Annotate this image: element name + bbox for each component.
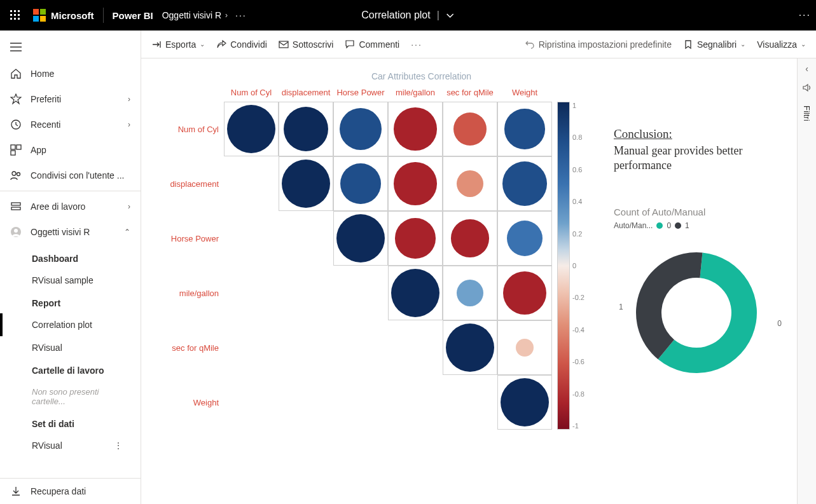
nav-current-workspace[interactable]: Oggetti visivi R ⌃ [0,219,141,245]
col-label: mile/gallon [388,88,443,102]
corr-cell[interactable] [443,211,497,266]
breadcrumb-overflow-icon[interactable]: ··· [235,10,247,20]
svg-point-25 [14,229,18,233]
nav-shared[interactable]: Condivisi con l'utente ... [0,163,141,188]
svg-rect-0 [10,10,12,12]
corr-cell[interactable] [497,320,552,375]
tick-label: -1 [572,422,584,430]
corr-cell[interactable] [443,102,497,156]
svg-rect-4 [14,14,16,16]
export-icon [151,39,162,50]
bookmarks-button[interactable]: Segnalibri ⌄ [683,39,745,50]
undo-icon [525,39,535,50]
header-overflow-icon[interactable]: ··· [799,10,811,21]
nav-apps[interactable]: App [0,137,141,163]
row-label: displacement [160,156,224,211]
home-icon [10,68,22,79]
corr-cell[interactable] [388,156,443,211]
workspace-avatar-icon [10,226,22,238]
export-button[interactable]: Esporta ⌄ [151,39,205,50]
col-label: Weight [497,88,552,102]
workspace-contents: DashboardRVisual sampleReportCorrelation… [0,247,141,478]
corr-cell[interactable] [224,102,279,156]
chevron-down-icon: ⌄ [801,41,806,48]
row-label: sec for qMile [160,320,224,375]
share-button[interactable]: Condividi [216,39,267,50]
conclusion-title: Conclusion: [614,127,779,141]
svg-rect-1 [14,10,16,12]
svg-rect-12 [40,16,46,22]
corr-cell[interactable] [443,156,497,211]
chevron-up-icon: ⌃ [124,228,130,236]
corr-cell[interactable] [333,211,388,266]
corr-cell[interactable] [497,375,552,430]
legend-label-1: 1 [685,221,689,230]
workspaces-icon [10,201,22,212]
report-canvas: Car Attributes Correlation Num of Cyldis… [141,58,816,504]
corr-cell[interactable] [497,102,552,156]
corr-cell[interactable] [443,320,497,375]
corr-cell[interactable] [497,156,552,211]
workspace-item[interactable]: RVisual sample [0,269,133,292]
tick-label: -0.4 [572,326,584,334]
svg-rect-3 [10,14,12,16]
corr-cell[interactable] [388,266,443,320]
tick-label: 0.4 [572,198,584,205]
donut-label-1: 1 [619,303,623,311]
donut-legend: Auto/Man... 0 1 [614,221,779,230]
nav-label: Oggetti visivi R [31,227,115,237]
chevron-down-icon [446,11,455,20]
corr-cell[interactable] [497,211,552,266]
nav-label: Aree di lavoro [31,201,119,212]
breadcrumb-workspace[interactable]: Oggetti visivi R [162,10,221,20]
row-label: mile/gallon [160,266,224,320]
svg-rect-26 [279,41,288,48]
command-bar: Esporta ⌄ Condividi Sottoscrivi Commenti… [141,31,816,58]
legend-swatch-1 [675,222,681,229]
product-brand[interactable]: Power BI [113,10,153,21]
comments-button[interactable]: Commenti [345,39,399,50]
legend-swatch-0 [656,222,663,229]
svg-point-20 [12,172,16,175]
donut-label-0: 0 [777,319,782,328]
corr-cell[interactable] [388,102,443,156]
chevron-left-icon[interactable]: ‹ [805,64,808,74]
legend-label-0: 0 [667,221,671,230]
col-label: sec for qMile [443,88,497,102]
separator: | [437,10,439,21]
corr-cell[interactable] [279,156,333,211]
workspace-item[interactable]: RVisual [0,336,133,359]
corr-cell[interactable] [497,266,552,320]
corr-cell[interactable] [443,266,497,320]
nav-collapse-button[interactable] [0,33,141,61]
workspace-item[interactable]: Correlation plot [0,313,133,336]
nav-home[interactable]: Home [0,61,141,86]
corr-cell[interactable] [333,156,388,211]
app-launcher-icon[interactable] [5,5,25,25]
nav-workspaces[interactable]: Aree di lavoro › [0,194,141,219]
cmdbar-overflow-icon[interactable]: ··· [411,39,422,50]
nav-recent[interactable]: Recenti › [0,112,141,137]
cmd-label: Segnalibri [697,39,736,50]
mail-icon [279,39,289,50]
item-more-icon[interactable]: ⋮ [114,440,123,451]
chevron-right-icon: › [128,120,130,129]
left-nav: Home Preferiti › Recenti › App Condivisi… [0,31,141,504]
corr-cell[interactable] [279,102,333,156]
workspace-item[interactable]: RVisual⋮ [0,434,133,457]
cmd-label: Ripristina impostazioni predefinite [539,39,672,50]
corr-cell[interactable] [388,211,443,266]
report-title-dropdown[interactable]: Correlation plot | [361,10,455,21]
view-button[interactable]: Visualizza ⌄ [757,39,806,50]
speaker-icon[interactable] [802,83,812,93]
filters-pane-collapsed[interactable]: ‹ Filtri [797,58,816,504]
reset-button[interactable]: Ripristina impostazioni predefinite [525,39,672,50]
share-icon [216,39,226,50]
clock-icon [10,119,22,130]
tick-label: -0.2 [572,294,584,301]
corr-cell[interactable] [333,102,388,156]
subscribe-button[interactable]: Sottoscrivi [279,39,334,50]
donut-chart[interactable]: 0 1 [614,243,779,408]
nav-get-data[interactable]: Recupera dati [0,479,141,504]
nav-favorites[interactable]: Preferiti › [0,86,141,112]
